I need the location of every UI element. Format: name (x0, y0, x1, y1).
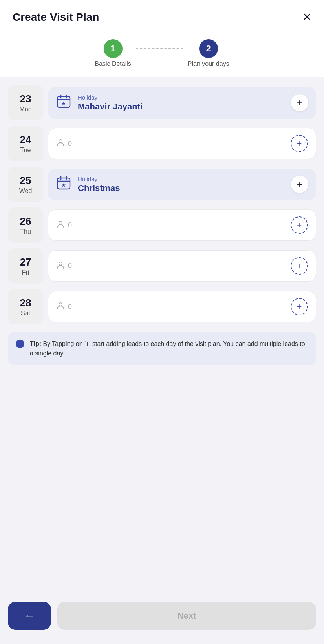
day-row-2: 25 Wed Holiday Christm (8, 167, 316, 202)
day-card-2: Holiday Christmas + (48, 169, 316, 200)
normal-content-3: 0 (56, 220, 72, 231)
step-2: 2 Plan your days (188, 39, 229, 67)
svg-point-4 (59, 140, 62, 143)
date-number-3: 26 (20, 215, 31, 227)
step-connector (136, 48, 183, 49)
date-day-3: Thu (20, 228, 31, 235)
date-number-0: 23 (20, 93, 31, 105)
holiday-label-2: Holiday (78, 176, 120, 182)
back-button[interactable]: ← (8, 602, 51, 630)
holiday-name-0: Mahavir Jayanti (78, 102, 143, 112)
step-1-label: Basic Details (95, 60, 131, 67)
count-text-1: 0 (68, 140, 72, 148)
day-row-0: 23 Mon Holiday Mahavir (8, 85, 316, 120)
date-badge-3: 26 Thu (8, 207, 43, 243)
date-badge-4: 27 Fri (8, 248, 43, 284)
person-icon-5 (56, 302, 65, 312)
date-badge-5: 28 Sat (8, 289, 43, 324)
date-number-4: 27 (20, 256, 31, 268)
day-card-3: 0 + (48, 209, 316, 241)
add-day-button-5[interactable]: + (291, 298, 308, 315)
add-day-button-1[interactable]: + (291, 135, 308, 152)
date-number-1: 24 (20, 134, 31, 146)
day-row-1: 24 Tue 0 + (8, 126, 316, 161)
date-day-4: Fri (22, 269, 29, 276)
date-number-5: 28 (20, 297, 31, 309)
back-arrow-icon: ← (24, 609, 35, 622)
day-row-4: 27 Fri 0 + (8, 248, 316, 284)
holiday-name-2: Christmas (78, 183, 120, 193)
day-row-5: 28 Sat 0 + (8, 289, 316, 324)
header: Create Visit Plan ✕ (0, 0, 324, 31)
svg-text:i: i (19, 341, 21, 347)
svg-point-9 (59, 221, 62, 224)
normal-content-1: 0 (56, 138, 72, 149)
next-button[interactable]: Next (57, 602, 316, 630)
count-text-3: 0 (68, 221, 72, 229)
count-text-5: 0 (68, 303, 72, 311)
tip-text: Tip: By Tapping on '+' start adding lead… (30, 339, 308, 358)
holiday-content-2: Holiday Christmas (56, 175, 120, 194)
close-button[interactable]: ✕ (302, 12, 311, 23)
add-day-button-3[interactable]: + (291, 216, 308, 234)
add-holiday-button-0[interactable]: + (291, 94, 308, 111)
date-day-0: Mon (19, 106, 31, 113)
step-2-circle: 2 (199, 39, 218, 58)
day-card-5: 0 + (48, 291, 316, 322)
page-container: Create Visit Plan ✕ 1 Basic Details 2 Pl… (0, 0, 324, 644)
person-icon-4 (56, 261, 65, 271)
step-2-label: Plan your days (188, 60, 229, 67)
day-card-0: Holiday Mahavir Jayanti + (48, 87, 316, 119)
normal-content-4: 0 (56, 261, 72, 271)
svg-point-11 (59, 303, 62, 306)
holiday-content-0: Holiday Mahavir Jayanti (56, 93, 143, 113)
tip-box: i Tip: By Tapping on '+' start adding le… (8, 332, 316, 365)
tip-info-icon: i (16, 340, 24, 351)
date-day-5: Sat (21, 310, 30, 317)
date-badge-0: 23 Mon (8, 85, 43, 120)
add-day-button-4[interactable]: + (291, 257, 308, 275)
date-badge-2: 25 Wed (8, 167, 43, 202)
date-day-2: Wed (19, 187, 32, 195)
holiday-calendar-icon-0 (56, 93, 71, 113)
date-number-2: 25 (20, 175, 31, 187)
normal-content-5: 0 (56, 302, 72, 312)
person-icon-1 (56, 138, 65, 149)
step-1: 1 Basic Details (95, 39, 131, 67)
add-holiday-button-2[interactable]: + (291, 176, 308, 193)
footer: ← Next (0, 594, 324, 644)
date-day-1: Tue (20, 147, 31, 154)
day-row-3: 26 Thu 0 + (8, 207, 316, 243)
step-1-circle: 1 (104, 39, 123, 58)
content-area: 23 Mon Holiday Mahavir (0, 77, 324, 480)
day-card-1: 0 + (48, 128, 316, 159)
svg-point-10 (59, 262, 62, 265)
person-icon-3 (56, 220, 65, 231)
count-text-4: 0 (68, 262, 72, 270)
page-title: Create Visit Plan (13, 11, 99, 24)
holiday-label-0: Holiday (78, 94, 143, 101)
stepper: 1 Basic Details 2 Plan your days (0, 31, 324, 77)
day-card-4: 0 + (48, 250, 316, 282)
holiday-calendar-icon-2 (56, 175, 71, 194)
date-badge-1: 24 Tue (8, 126, 43, 161)
